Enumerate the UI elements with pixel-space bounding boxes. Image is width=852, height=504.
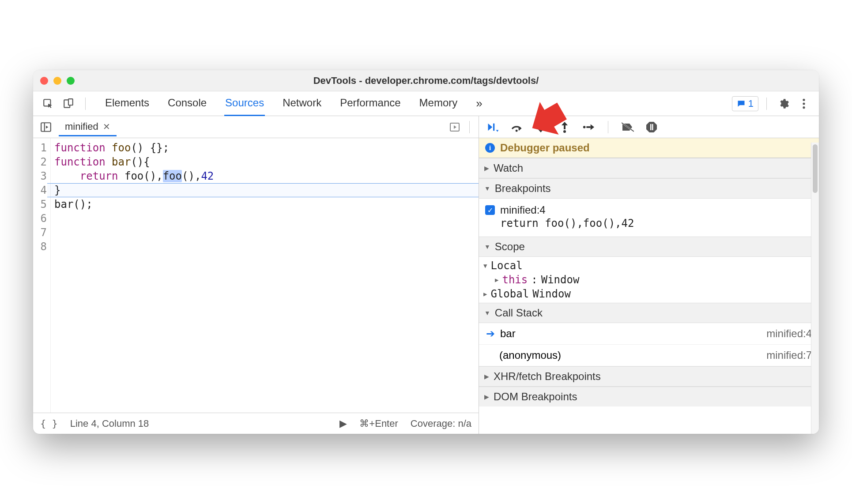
scrollbar[interactable] bbox=[811, 143, 819, 434]
svg-point-4 bbox=[803, 102, 805, 105]
run-snippet-icon[interactable] bbox=[445, 118, 464, 136]
scope-this-row[interactable]: ▶ this: Window bbox=[479, 273, 819, 287]
breakpoints-pane-body: ✓ minified:4 return foo(),foo(),42 bbox=[479, 199, 819, 237]
callstack-pane-body: ➔ bar minified:4 (anonymous) minified:7 bbox=[479, 323, 819, 366]
file-tab-minified[interactable]: minified ✕ bbox=[59, 117, 117, 136]
pretty-print-icon[interactable]: { } bbox=[40, 418, 58, 429]
chevron-down-icon: ▼ bbox=[484, 309, 490, 316]
minimize-window-button[interactable] bbox=[53, 77, 61, 85]
svg-point-9 bbox=[516, 129, 518, 132]
dom-breakpoints-pane-header[interactable]: ▶ DOM Breakpoints bbox=[479, 387, 819, 406]
xhr-breakpoints-pane-header[interactable]: ▶ XHR/fetch Breakpoints bbox=[479, 366, 819, 387]
step-button[interactable] bbox=[582, 121, 595, 133]
chevron-right-icon: ▶ bbox=[483, 290, 487, 297]
chevron-right-icon: ▶ bbox=[484, 165, 489, 172]
scope-pane-title: Scope bbox=[495, 241, 525, 253]
svg-rect-16 bbox=[650, 124, 652, 130]
dom-breakpoints-title: DOM Breakpoints bbox=[494, 391, 577, 403]
code-line[interactable]: bar(); bbox=[54, 197, 479, 211]
device-toolbar-icon[interactable] bbox=[60, 95, 77, 113]
stack-frame[interactable]: (anonymous) minified:7 bbox=[479, 345, 819, 366]
breakpoints-pane-title: Breakpoints bbox=[495, 182, 551, 195]
scope-global-row[interactable]: ▶ Global Window bbox=[479, 287, 819, 301]
separator bbox=[766, 98, 767, 110]
breakpoint-code: return foo(),foo(),42 bbox=[500, 217, 813, 229]
tab-console[interactable]: Console bbox=[167, 91, 207, 116]
breakpoint-checkbox[interactable]: ✓ bbox=[485, 205, 495, 215]
run-shortcut: ⌘+Enter bbox=[359, 418, 398, 429]
cursor-position: Line 4, Column 18 bbox=[70, 418, 149, 429]
execution-line-highlight bbox=[47, 183, 479, 197]
chevron-right-icon: ▶ bbox=[495, 276, 498, 283]
watch-pane-title: Watch bbox=[494, 162, 523, 174]
stack-frame[interactable]: ➔ bar minified:4 bbox=[479, 323, 819, 345]
breakpoint-item[interactable]: ✓ minified:4 return foo(),foo(),42 bbox=[485, 201, 813, 232]
scope-local-label: Local bbox=[490, 260, 522, 272]
separator bbox=[469, 121, 470, 133]
window-controls bbox=[40, 77, 75, 85]
scope-global-label: Global bbox=[490, 288, 529, 300]
svg-rect-8 bbox=[493, 123, 494, 130]
scope-pane-header[interactable]: ▼ Scope bbox=[479, 237, 819, 257]
xhr-breakpoints-title: XHR/fetch Breakpoints bbox=[494, 370, 601, 383]
coverage-status: Coverage: n/a bbox=[411, 418, 471, 429]
file-tab-label: minified bbox=[65, 121, 98, 132]
tabs-overflow-button[interactable]: » bbox=[475, 91, 483, 116]
issues-count: 1 bbox=[748, 98, 754, 109]
chevron-right-icon: ▶ bbox=[484, 373, 489, 380]
zoom-window-button[interactable] bbox=[67, 77, 75, 85]
run-icon[interactable]: ▶ bbox=[339, 418, 347, 429]
settings-icon[interactable] bbox=[775, 95, 792, 113]
pause-on-exceptions-button[interactable] bbox=[645, 121, 658, 133]
code-line[interactable]: return foo(),foo(),42 bbox=[54, 169, 479, 183]
tab-memory[interactable]: Memory bbox=[418, 91, 459, 116]
inspect-element-icon[interactable] bbox=[39, 95, 57, 113]
issues-button[interactable]: 1 bbox=[732, 96, 758, 111]
editor-pane: minified ✕ 12345678 function foo() {};fu… bbox=[33, 116, 479, 434]
file-tab-bar: minified ✕ bbox=[33, 116, 479, 138]
stack-frame-location: minified:7 bbox=[766, 349, 812, 361]
message-icon bbox=[737, 99, 746, 108]
resume-button[interactable] bbox=[487, 121, 499, 133]
svg-point-5 bbox=[803, 106, 805, 109]
kebab-menu-icon[interactable] bbox=[795, 95, 813, 113]
code-line[interactable]: function bar(){ bbox=[54, 155, 479, 169]
tab-elements[interactable]: Elements bbox=[104, 91, 150, 116]
chevron-down-icon: ▼ bbox=[484, 185, 490, 192]
code-editor[interactable]: 12345678 function foo() {};function bar(… bbox=[33, 138, 479, 413]
stack-frame-location: minified:4 bbox=[766, 327, 812, 340]
current-frame-icon: ➔ bbox=[486, 327, 495, 340]
code-line[interactable]: function foo() {}; bbox=[54, 141, 479, 155]
code-content[interactable]: function foo() {};function bar(){ return… bbox=[51, 138, 479, 413]
titlebar: DevTools - developer.chrome.com/tags/dev… bbox=[33, 70, 819, 91]
watch-pane-header[interactable]: ▶ Watch bbox=[479, 158, 819, 178]
callstack-pane-header[interactable]: ▼ Call Stack bbox=[479, 303, 819, 323]
main-toolbar: Elements Console Sources Network Perform… bbox=[33, 91, 819, 116]
scope-this-value: Window bbox=[541, 274, 580, 286]
chevron-right-icon: ▶ bbox=[484, 393, 489, 400]
scope-global-value: Window bbox=[532, 288, 814, 300]
debugger-pane: i Debugger paused ▶ Watch ▼ Breakpoints … bbox=[479, 116, 819, 434]
close-icon[interactable]: ✕ bbox=[103, 121, 110, 132]
main-split: minified ✕ 12345678 function foo() {};fu… bbox=[33, 116, 819, 434]
tab-performance[interactable]: Performance bbox=[339, 91, 401, 116]
breakpoint-label: minified:4 bbox=[500, 204, 546, 216]
debugger-controls bbox=[479, 116, 819, 138]
breakpoints-pane-header[interactable]: ▼ Breakpoints bbox=[479, 178, 819, 199]
debugger-status-banner: i Debugger paused bbox=[479, 138, 819, 158]
svg-rect-17 bbox=[652, 124, 653, 130]
devtools-window: DevTools - developer.chrome.com/tags/dev… bbox=[33, 70, 819, 434]
line-gutter: 12345678 bbox=[33, 138, 51, 413]
scope-local-row[interactable]: ▼ Local bbox=[479, 259, 819, 273]
tab-sources[interactable]: Sources bbox=[224, 91, 265, 116]
close-window-button[interactable] bbox=[40, 77, 48, 85]
tab-network[interactable]: Network bbox=[282, 91, 322, 116]
separator bbox=[85, 98, 86, 110]
window-title: DevTools - developer.chrome.com/tags/dev… bbox=[33, 75, 819, 87]
navigator-toggle-icon[interactable] bbox=[37, 118, 55, 136]
svg-point-3 bbox=[803, 98, 805, 101]
stack-frame-name: bar bbox=[500, 327, 516, 340]
deactivate-breakpoints-button[interactable] bbox=[622, 121, 634, 133]
panel-tabs: Elements Console Sources Network Perform… bbox=[104, 91, 483, 116]
editor-status-bar: { } Line 4, Column 18 ▶ ⌘+Enter Coverage… bbox=[33, 413, 479, 434]
